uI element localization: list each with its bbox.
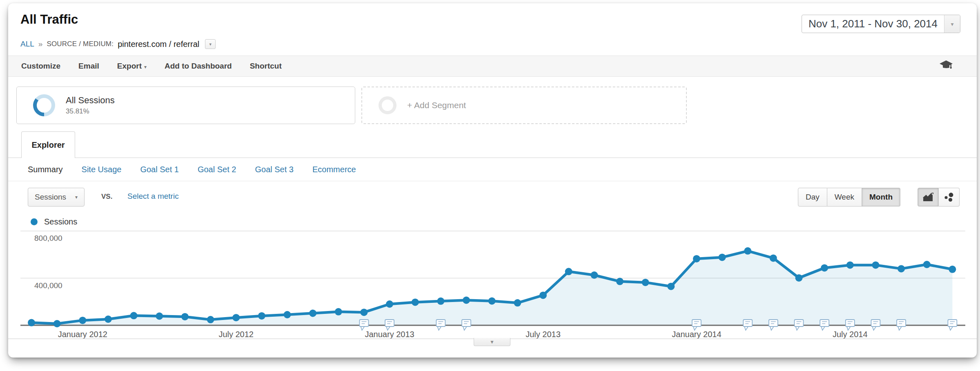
data-point-dec-2012[interactable] [360, 309, 368, 316]
breadcrumb-separator: » [38, 40, 43, 49]
annotation-note-bubble-icon[interactable] [820, 320, 829, 330]
data-point-may-2012[interactable] [181, 313, 189, 320]
note-bubble-part [949, 327, 953, 330]
tab-explorer[interactable]: Explorer [21, 131, 75, 158]
annotation-note-bubble-icon[interactable] [769, 320, 778, 330]
breadcrumb: ALL » SOURCE / MEDIUM: pinterest.com / r… [20, 39, 216, 49]
granularity-buttons: Day Week Month [798, 188, 900, 207]
export-menu-button[interactable]: Export▾ [117, 62, 147, 71]
data-point-jun-2014[interactable] [821, 264, 828, 271]
breadcrumb-dropdown-button[interactable]: ▾ [205, 39, 216, 49]
annotation-note-bubble-icon[interactable] [871, 320, 880, 330]
subtab-goal-set-3[interactable]: Goal Set 3 [255, 165, 294, 174]
email-button[interactable]: Email [78, 62, 99, 71]
annotation-note-bubble-icon[interactable] [436, 320, 445, 330]
granularity-month-button[interactable]: Month [862, 188, 900, 207]
x-axis-tick-label: July 2012 [218, 330, 254, 339]
shortcut-button[interactable]: Shortcut [250, 62, 282, 71]
segment-donut-icon [33, 94, 55, 116]
data-point-jan-2013[interactable] [386, 300, 393, 308]
chevron-down-icon: ▾ [944, 15, 960, 33]
data-point-may-2014[interactable] [795, 274, 803, 282]
annotation-note-bubble-icon[interactable] [795, 320, 804, 330]
data-point-aug-2012[interactable] [258, 312, 265, 320]
note-bubble-part [796, 327, 800, 330]
data-point-dec-2013[interactable] [667, 283, 675, 290]
note-bubble-part [769, 320, 778, 327]
report-toolbar: Customize Email Export▾ Add to Dashboard… [8, 56, 977, 77]
chevron-down-icon: ▼ [490, 339, 494, 345]
data-point-jun-2012[interactable] [207, 316, 214, 323]
legend-series-label: Sessions [44, 217, 77, 227]
motion-chart-type-button[interactable] [939, 188, 960, 207]
data-point-feb-2013[interactable] [412, 298, 419, 306]
subtab-goal-set-1[interactable]: Goal Set 1 [140, 165, 179, 174]
data-point-apr-2013[interactable] [463, 297, 470, 304]
data-point-oct-2013[interactable] [616, 278, 624, 285]
add-to-dashboard-button[interactable]: Add to Dashboard [165, 62, 232, 71]
annotation-note-bubble-icon[interactable] [385, 320, 394, 330]
note-bubble-part [821, 327, 825, 330]
note-bubble-part [871, 320, 880, 327]
data-point-jun-2013[interactable] [514, 299, 521, 307]
data-point-sep-2014[interactable] [898, 265, 905, 272]
customize-button[interactable]: Customize [21, 62, 60, 71]
data-point-jan-2014[interactable] [693, 255, 700, 262]
note-bubble-part [437, 327, 441, 330]
data-point-mar-2014[interactable] [744, 247, 751, 255]
subtab-summary[interactable]: Summary [28, 165, 63, 174]
subtab-site-usage[interactable]: Site Usage [82, 165, 122, 174]
chart-collapse-toggle[interactable]: ▼ [474, 338, 510, 346]
empty-ring-icon [379, 96, 396, 114]
annotation-note-bubble-icon[interactable] [359, 320, 368, 330]
subtab-goal-set-2[interactable]: Goal Set 2 [198, 165, 236, 174]
data-point-nov-2011[interactable] [28, 319, 35, 327]
date-range-selector[interactable]: Nov 1, 2011 - Nov 30, 2014 ▾ [802, 15, 960, 33]
annotation-note-bubble-icon[interactable] [846, 320, 855, 330]
annotation-note-bubble-icon[interactable] [948, 320, 957, 330]
segment-all-sessions[interactable]: All Sessions 35.81% [16, 87, 355, 124]
line-chart-type-button[interactable] [918, 188, 939, 207]
data-point-sep-2012[interactable] [284, 311, 291, 318]
data-point-feb-2014[interactable] [719, 253, 726, 261]
subtab-ecommerce[interactable]: Ecommerce [312, 165, 356, 174]
note-bubble-part [361, 327, 364, 330]
data-point-nov-2014[interactable] [949, 266, 956, 273]
data-point-may-2013[interactable] [488, 298, 496, 305]
select-a-metric-link[interactable]: Select a metric [127, 192, 179, 201]
data-point-dec-2011[interactable] [53, 320, 61, 327]
granularity-day-button[interactable]: Day [798, 188, 827, 207]
metric-selector-dropdown[interactable]: Sessions ▾ [28, 188, 85, 207]
data-point-feb-2012[interactable] [105, 315, 112, 323]
date-range-text: Nov 1, 2011 - Nov 30, 2014 [802, 15, 944, 33]
data-point-nov-2013[interactable] [642, 279, 649, 286]
data-point-jan-2012[interactable] [79, 317, 86, 324]
data-point-aug-2013[interactable] [565, 268, 572, 275]
data-point-apr-2014[interactable] [770, 254, 777, 262]
data-point-oct-2014[interactable] [923, 261, 931, 268]
data-point-nov-2012[interactable] [335, 308, 342, 315]
add-segment-button[interactable]: + Add Segment [361, 87, 687, 124]
breadcrumb-all-link[interactable]: ALL [20, 40, 34, 49]
annotation-note-bubble-icon[interactable] [743, 320, 752, 330]
data-point-mar-2013[interactable] [437, 298, 444, 305]
data-point-sep-2013[interactable] [590, 271, 598, 279]
data-point-jul-2014[interactable] [846, 261, 854, 269]
data-point-jul-2013[interactable] [539, 291, 547, 299]
note-bubble-part [359, 320, 368, 327]
intelligence-events-button[interactable] [939, 60, 953, 73]
data-point-mar-2012[interactable] [130, 312, 138, 319]
explorer-subnav: Summary Site Usage Goal Set 1 Goal Set 2… [28, 158, 356, 181]
note-bubble-part [692, 320, 701, 327]
data-point-oct-2012[interactable] [309, 310, 316, 317]
data-point-apr-2012[interactable] [156, 313, 163, 320]
note-bubble-part [462, 320, 471, 327]
data-point-jul-2012[interactable] [232, 314, 240, 321]
data-point-aug-2014[interactable] [872, 261, 879, 269]
annotation-note-bubble-icon[interactable] [462, 320, 471, 330]
granularity-week-button[interactable]: Week [827, 188, 862, 207]
chart-type-buttons [918, 188, 960, 207]
annotation-note-bubble-icon[interactable] [897, 320, 906, 330]
chart-legend: Sessions [31, 217, 77, 227]
annotation-note-bubble-icon[interactable] [692, 320, 701, 330]
